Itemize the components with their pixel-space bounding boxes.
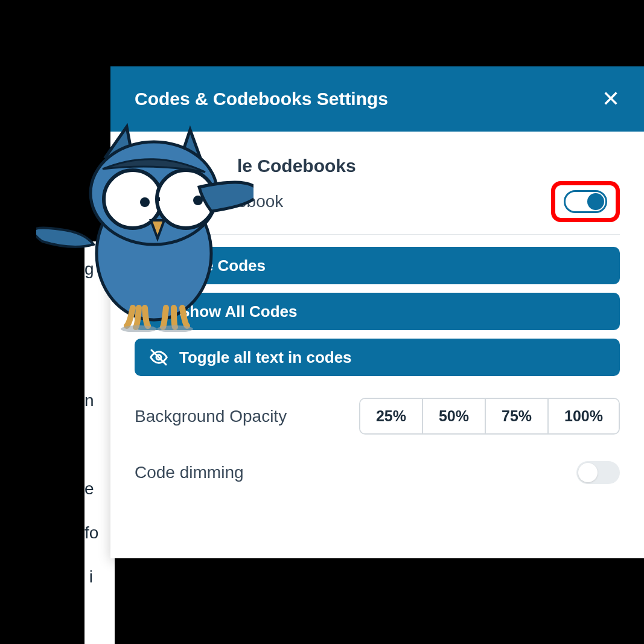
close-icon[interactable]: ✕ bbox=[602, 88, 620, 110]
toggle-text-button[interactable]: Toggle all text in codes bbox=[135, 339, 620, 376]
toggle-text-label: Toggle all text in codes bbox=[179, 348, 352, 367]
opacity-50-button[interactable]: 50% bbox=[423, 399, 486, 433]
eye-off-icon bbox=[149, 348, 168, 367]
opacity-segmented-control: 25% 50% 75% 100% bbox=[359, 398, 620, 435]
modal-title: Codes & Codebooks Settings bbox=[135, 89, 388, 109]
opacity-75-button[interactable]: 75% bbox=[486, 399, 549, 433]
opacity-label: Background Opacity bbox=[135, 407, 287, 426]
dimming-label: Code dimming bbox=[135, 463, 244, 482]
dimming-row: Code dimming bbox=[135, 448, 620, 497]
toggle-knob bbox=[578, 463, 598, 482]
dimming-toggle[interactable] bbox=[576, 461, 620, 484]
opacity-100-button[interactable]: 100% bbox=[549, 399, 619, 433]
highlight-annotation bbox=[551, 181, 620, 222]
owl-mascot bbox=[36, 115, 253, 332]
svg-point-10 bbox=[140, 197, 150, 207]
opacity-25-button[interactable]: 25% bbox=[360, 399, 423, 433]
opacity-row: Background Opacity 25% 50% 75% 100% bbox=[135, 384, 620, 448]
toggle-knob bbox=[587, 193, 604, 210]
section-codebooks-title: le Codebooks bbox=[237, 156, 620, 176]
codebook-toggle[interactable] bbox=[564, 190, 607, 213]
